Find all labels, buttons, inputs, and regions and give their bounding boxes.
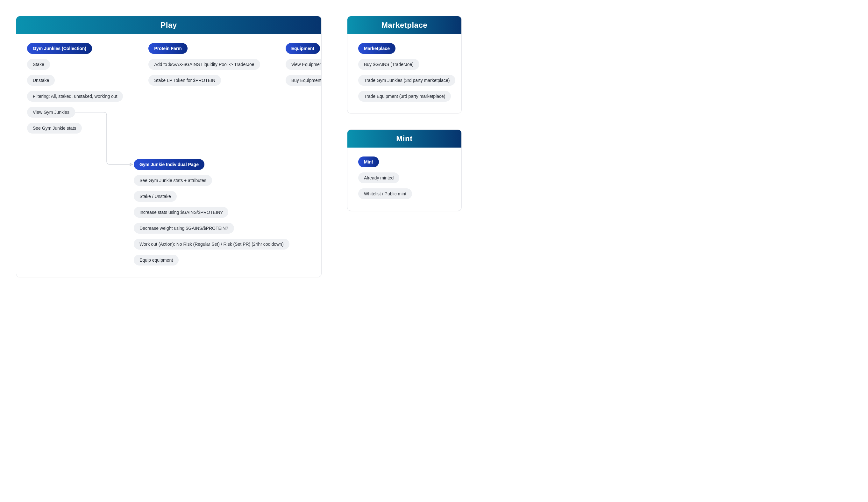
marketplace-panel-body: Marketplace Buy $GAINS (TraderJoe) Trade… <box>348 34 462 113</box>
mint-panel: Mint Mint Already minted Whitelist / Pub… <box>347 129 462 211</box>
mint-header[interactable]: Mint <box>358 157 379 167</box>
equipment-item-buy[interactable]: Buy Equipment - using $PROTEIN <box>286 75 322 86</box>
individual-item-decrease-weight[interactable]: Decrease weight using $GAINS/$PROTEIN? <box>134 223 234 234</box>
gym-junkies-item-stats[interactable]: See Gym Junkie stats <box>27 123 82 133</box>
individual-item-workout[interactable]: Work out (Action): No Risk (Regular Set)… <box>134 239 289 250</box>
gym-junkies-column: Gym Junkies (Collection) Stake Unstake F… <box>27 43 123 133</box>
gym-junkies-item-unstake[interactable]: Unstake <box>27 75 55 86</box>
equipment-item-view[interactable]: View Equipment <box>286 59 322 70</box>
play-panel: Play Gym Junkies (Collection) Stake Unst… <box>16 16 322 277</box>
marketplace-panel: Marketplace Marketplace Buy $GAINS (Trad… <box>347 16 462 113</box>
marketplace-header[interactable]: Marketplace <box>358 43 395 54</box>
mint-item-whitelist[interactable]: Whitelist / Public mint <box>358 188 412 199</box>
individual-item-stats-attr[interactable]: See Gym Junkie stats + attributes <box>134 175 212 186</box>
individual-page-header[interactable]: Gym Junkie Individual Page <box>134 159 204 170</box>
mint-column: Mint Already minted Whitelist / Public m… <box>358 157 451 199</box>
mint-item-already-minted[interactable]: Already minted <box>358 172 399 183</box>
marketplace-column: Marketplace Buy $GAINS (TraderJoe) Trade… <box>358 43 451 102</box>
individual-item-stake-unstake[interactable]: Stake / Unstake <box>134 191 177 202</box>
equipment-column: Equipment View Equipment Buy Equipment -… <box>286 43 322 86</box>
side-column: Marketplace Marketplace Buy $GAINS (Trad… <box>347 16 462 211</box>
individual-item-equip[interactable]: Equip equipment <box>134 255 179 265</box>
protein-farm-item-stake-lp[interactable]: Stake LP Token for $PROTEIN <box>148 75 221 86</box>
diagram-canvas: Play Gym Junkies (Collection) Stake Unst… <box>16 16 852 277</box>
play-panel-body: Gym Junkies (Collection) Stake Unstake F… <box>16 34 321 277</box>
play-columns: Gym Junkies (Collection) Stake Unstake F… <box>27 43 310 133</box>
protein-farm-item-liquidity[interactable]: Add to $AVAX-$GAINS Liquidity Pool -> Tr… <box>148 59 260 70</box>
marketplace-item-trade-junkies[interactable]: Trade Gym Junkies (3rd party marketplace… <box>358 75 455 86</box>
gym-junkies-item-stake[interactable]: Stake <box>27 59 50 70</box>
marketplace-item-trade-equipment[interactable]: Trade Equipment (3rd party marketplace) <box>358 91 451 102</box>
play-panel-title: Play <box>16 16 321 34</box>
equipment-header[interactable]: Equipment <box>286 43 320 54</box>
protein-farm-header[interactable]: Protein Farm <box>148 43 187 54</box>
mint-panel-body: Mint Already minted Whitelist / Public m… <box>348 148 462 211</box>
marketplace-panel-title: Marketplace <box>348 16 462 34</box>
gym-junkies-header[interactable]: Gym Junkies (Collection) <box>27 43 92 54</box>
gym-junkies-item-filtering[interactable]: Filtering: All, staked, unstaked, workin… <box>27 91 123 102</box>
mint-panel-title: Mint <box>348 130 462 148</box>
marketplace-item-buy-gains[interactable]: Buy $GAINS (TraderJoe) <box>358 59 419 70</box>
individual-page-block: Gym Junkie Individual Page See Gym Junki… <box>134 159 310 265</box>
individual-item-increase-stats[interactable]: Increase stats using $GAINS/$PROTEIN? <box>134 207 228 218</box>
gym-junkies-item-view[interactable]: View Gym Junkies <box>27 107 75 118</box>
protein-farm-column: Protein Farm Add to $AVAX-$GAINS Liquidi… <box>148 43 260 86</box>
